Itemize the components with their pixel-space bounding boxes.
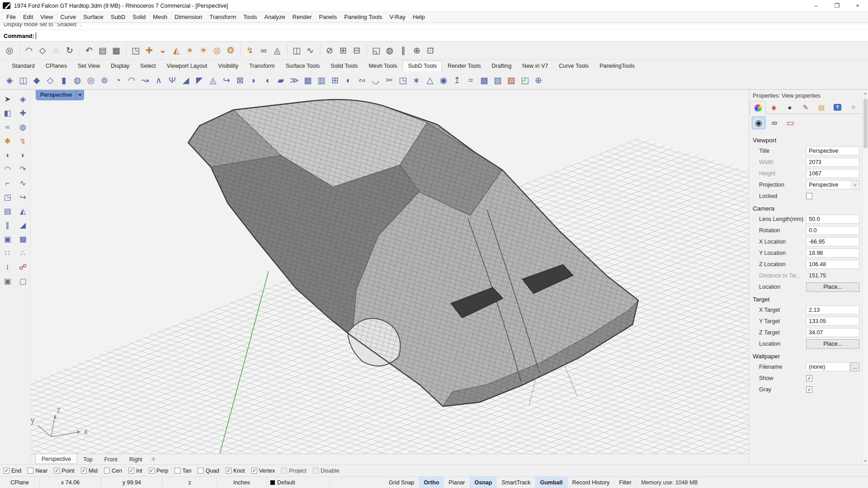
select-box-icon[interactable]: ▣ — [1, 234, 14, 245]
flatten-icon[interactable]: ⌐ — [1, 178, 14, 189]
color-picker-icon[interactable]: ◍ — [383, 44, 396, 57]
subd-append-icon[interactable]: ⊕ — [532, 74, 545, 87]
command-line[interactable]: Command: — [0, 30, 868, 42]
browse-button[interactable]: ... — [850, 362, 859, 371]
subd-flow-icon[interactable]: ↪ — [220, 74, 233, 87]
statusbar-cplane[interactable]: CPlane — [0, 477, 40, 488]
help-tab[interactable]: ? — [830, 101, 845, 113]
tab-standard[interactable]: Standard — [6, 61, 40, 71]
camera-glasses-icon[interactable]: ∞ — [257, 44, 270, 57]
osnap-end[interactable]: End — [4, 468, 21, 474]
split-window-icon[interactable]: ⊞ — [336, 44, 350, 57]
statusbar-units[interactable]: Inches — [217, 477, 267, 488]
subd-drop-small-icon[interactable]: ◇ — [43, 74, 57, 87]
tab-paneling-tools[interactable]: PanelingTools — [594, 61, 640, 71]
tab-cplanes[interactable]: CPlanes — [40, 61, 72, 71]
subd-display-icon[interactable]: ◈ — [17, 94, 29, 105]
viewport-title-dropdown[interactable] — [76, 90, 84, 100]
subd-drop-icon[interactable]: ◆ — [30, 74, 43, 87]
osnap-int[interactable]: Int — [128, 468, 142, 474]
subd-frame-icon[interactable]: ⊠ — [233, 74, 247, 87]
toggle-filter[interactable]: Filter — [614, 477, 637, 488]
minimize-button[interactable]: – — [806, 0, 826, 11]
undo-view-icon[interactable]: ↶ — [80, 44, 96, 57]
sun-light-icon[interactable]: ☀ — [197, 44, 210, 57]
subd-stitch-icon[interactable]: ∾ — [355, 74, 369, 87]
subd-bevel-icon[interactable]: △ — [423, 74, 437, 87]
toggle-grid-snap[interactable]: Grid Snap — [384, 477, 419, 488]
star-light-icon[interactable]: ✶ — [183, 44, 197, 57]
lock-frame-icon[interactable]: ⊡ — [424, 44, 437, 57]
grid-table-icon[interactable]: ▤ — [1, 206, 14, 217]
layers-tab[interactable]: ◈ — [766, 101, 782, 113]
properties-tab[interactable] — [750, 101, 766, 114]
scan-plane-icon[interactable]: ◧ — [1, 108, 14, 119]
y-target-field[interactable]: 133.05 — [806, 317, 859, 326]
viewport-title-label[interactable]: Perspective — [36, 90, 76, 100]
viewport-camera-icon[interactable]: ◉ — [752, 117, 765, 129]
subd-cage-icon[interactable]: ▩ — [477, 74, 491, 87]
ring-light-icon[interactable]: ◎ — [210, 44, 224, 57]
subd-box-icon[interactable]: ◫ — [16, 74, 30, 87]
subd-inset-icon[interactable]: ◉ — [437, 74, 450, 87]
show-object-icon[interactable]: ◬ — [270, 44, 284, 57]
tab-visibility[interactable]: Visibility — [212, 61, 244, 71]
subd-bridge-icon[interactable]: ◡ — [369, 74, 382, 87]
osnap-point[interactable]: Point — [54, 468, 75, 474]
cone-light-icon[interactable]: ◭ — [170, 44, 183, 57]
subd-rows-icon[interactable]: ▥ — [315, 74, 328, 87]
slant-icon[interactable]: ◢ — [17, 220, 29, 231]
viewport-tab-top[interactable]: Top — [77, 455, 98, 464]
subd-torus-icon[interactable]: ◎ — [84, 74, 98, 87]
lens-field[interactable]: 50.0 — [806, 215, 859, 224]
subd-wedge-icon[interactable]: ◢ — [179, 74, 193, 87]
statusbar-layer[interactable]: Default — [267, 477, 330, 488]
no-render-icon[interactable]: ⊘ — [320, 44, 336, 57]
scroll-up-icon[interactable]: ▲ — [863, 90, 867, 97]
menu-curve[interactable]: Curve — [57, 12, 80, 22]
lightning-icon[interactable]: ↯ — [17, 136, 29, 147]
viewport-tab-right[interactable]: Right — [123, 455, 148, 464]
tab-solid-tools[interactable]: Solid Tools — [325, 61, 363, 71]
tab-curve-tools[interactable]: Curve Tools — [553, 61, 594, 71]
scroll-thumb[interactable] — [863, 99, 868, 148]
menu-subd[interactable]: SubD — [107, 12, 129, 22]
subd-half-icon[interactable]: ◗ — [247, 74, 260, 87]
menu-dimension[interactable]: Dimension — [171, 12, 206, 22]
puzzle-icon[interactable]: ✱ — [1, 136, 14, 147]
x-target-field[interactable]: 2.13 — [806, 305, 859, 314]
tab-set-view[interactable]: Set View — [72, 61, 105, 71]
tab-viewport-layout[interactable]: Viewport Layout — [161, 61, 212, 71]
subd-uv-icon[interactable]: ▧ — [491, 74, 505, 87]
tab-mesh-tools[interactable]: Mesh Tools — [363, 61, 402, 71]
toggle-record-history[interactable]: Record History — [568, 477, 615, 488]
select-arrow-icon[interactable]: ➤ — [1, 94, 14, 105]
toggle-smarttrack[interactable]: SmartTrack — [497, 477, 535, 488]
new-viewport-icon[interactable]: ✛ — [151, 456, 156, 463]
subd-split-icon[interactable]: ◐ — [342, 74, 355, 87]
rotate-view-icon[interactable]: ↻ — [63, 44, 76, 57]
panel-scrollbar[interactable]: ▲ ▼ — [862, 90, 868, 465]
options-icon[interactable]: ◎ — [3, 44, 16, 57]
extract-isocurve-icon[interactable]: ◇ — [36, 44, 49, 57]
camera-place-button[interactable]: Place... — [806, 282, 859, 292]
subd-fillet-icon[interactable]: ◖ — [260, 74, 274, 87]
tab-select[interactable]: Select — [135, 61, 161, 71]
viewport-tab-perspective[interactable]: Perspective — [35, 455, 77, 464]
osnap-perp[interactable]: Perp — [149, 468, 168, 474]
subd-arc-icon[interactable]: ◠ — [125, 74, 138, 87]
arc-tool-icon[interactable]: ◠ — [19, 44, 36, 57]
subd-align-icon[interactable]: ≫ — [288, 74, 301, 87]
grass-icon[interactable]: ∿ — [303, 44, 317, 57]
menu-view[interactable]: View — [37, 12, 57, 22]
subd-weld-icon[interactable]: ∗ — [410, 74, 423, 87]
filename-field[interactable]: (none) — [806, 362, 849, 371]
tab-display[interactable]: Display — [105, 61, 135, 71]
drag-mode-icon[interactable]: ◌ — [49, 44, 63, 57]
subd-slab-icon[interactable]: ▰ — [274, 74, 288, 87]
scatter-cubes-icon[interactable]: ▩ — [17, 234, 29, 245]
arc-point-icon[interactable]: ↷ — [17, 164, 29, 175]
subd-knife-icon[interactable]: ✂ — [382, 74, 396, 87]
z-location-field[interactable]: 106.48 — [806, 260, 859, 269]
subd-sphere-ring-icon[interactable]: ⊚ — [98, 74, 111, 87]
